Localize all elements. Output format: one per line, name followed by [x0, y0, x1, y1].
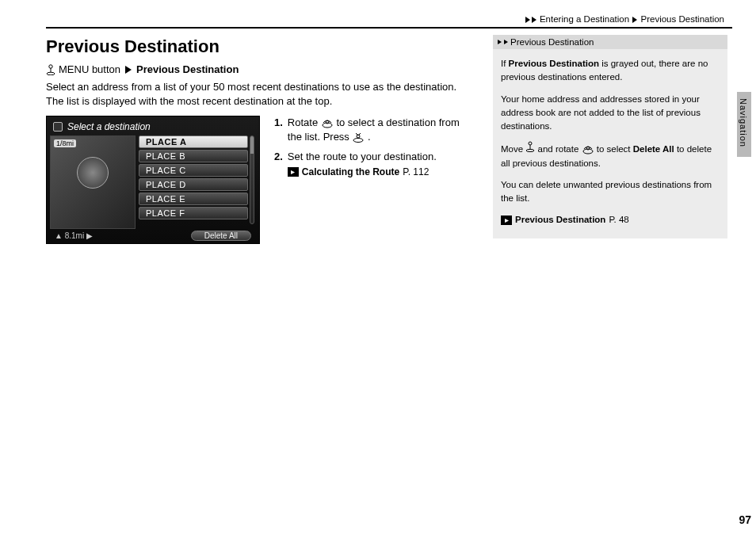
sidebar-p4: You can delete unwanted previous destina… — [501, 178, 720, 206]
joystick-icon — [525, 141, 535, 152]
list-item: PLACE C — [139, 164, 248, 177]
svg-point-0 — [49, 64, 52, 67]
step-text: Rotate to select a destination from the … — [288, 116, 474, 143]
menu-button-label: MENU button — [59, 63, 120, 75]
breadcrumb-seg1: Entering a Destination — [540, 14, 629, 24]
breadcrumb-tri-icon — [525, 17, 530, 23]
list-item: PLACE B — [139, 150, 248, 162]
sidebar-cross-reference: ▸ Previous Destination P. 48 — [501, 213, 720, 227]
path-tri-icon — [125, 66, 132, 74]
chevron-icon — [504, 40, 508, 44]
press-icon — [352, 132, 365, 143]
sidebar-p3: Move and rotate to select Delete All to … — [501, 141, 720, 170]
sidebar-p2: Your home address and addresses stored i… — [501, 93, 720, 134]
screenshot-title: Select a destination — [67, 121, 151, 132]
breadcrumb-seg2: Previous Destination — [641, 14, 724, 24]
svg-point-7 — [526, 150, 534, 152]
reference-arrow-icon: ▸ — [288, 167, 299, 177]
svg-point-4 — [353, 139, 363, 143]
home-icon — [53, 122, 63, 132]
intro-text: Select an address from a list of your 50… — [46, 80, 474, 108]
menu-path: MENU button Previous Destination — [46, 63, 474, 75]
breadcrumb-tri-icon — [632, 17, 637, 23]
chevron-icon — [498, 40, 502, 44]
rotate-icon — [321, 118, 334, 129]
device-screenshot: Select a destination 1/8mi PLACE A PLACE… — [46, 116, 260, 244]
sidebar-body: If Previous Destination is grayed out, t… — [493, 49, 727, 238]
list-item: PLACE F — [139, 207, 248, 219]
sidebar-header: Previous Destination — [493, 35, 727, 49]
manual-page: Entering a Destination Previous Destinat… — [0, 0, 756, 534]
step-list: 1. Rotate to select a destination from t… — [274, 116, 474, 244]
screenshot-footer: ▲ 8.1mi ▶ Delete All — [50, 229, 256, 242]
map-scale: 1/8mi — [54, 139, 76, 147]
reference-arrow-icon: ▸ — [501, 216, 512, 225]
main-column: Previous Destination MENU button Previou… — [46, 35, 474, 244]
breadcrumb: Entering a Destination Previous Destinat… — [46, 14, 732, 24]
sidebar-p1: If Previous Destination is grayed out, t… — [501, 57, 720, 85]
rotate-icon — [582, 144, 594, 155]
header-rule — [46, 27, 732, 29]
step-2: 2. Set the route to your destination. ▸ … — [274, 150, 474, 178]
svg-point-1 — [47, 72, 55, 75]
delete-all-button: Delete All — [191, 231, 251, 241]
joystick-icon — [46, 64, 55, 75]
compass-icon — [77, 157, 109, 189]
step-number: 1. — [274, 116, 283, 143]
step-number: 2. — [274, 150, 283, 178]
menu-dest-label: Previous Destination — [136, 63, 239, 75]
cross-reference: ▸ Calculating the Route P. 112 — [288, 166, 437, 178]
step-text: Set the route to your destination. ▸ Cal… — [288, 150, 437, 178]
sidebar: Previous Destination If Previous Destina… — [493, 35, 727, 244]
page-number: 97 — [739, 513, 751, 526]
step-1: 1. Rotate to select a destination from t… — [274, 116, 474, 143]
footer-distance: ▲ 8.1mi ▶ — [55, 231, 93, 240]
screenshot-titlebar: Select a destination — [50, 120, 256, 134]
screenshot-list: PLACE A PLACE B PLACE C PLACE D PLACE E … — [139, 135, 256, 229]
list-item: PLACE A — [139, 135, 248, 148]
section-tab-label: Navigation — [739, 98, 748, 147]
list-item: PLACE E — [139, 193, 248, 205]
svg-point-6 — [529, 142, 532, 145]
list-item: PLACE D — [139, 178, 248, 191]
breadcrumb-tri-icon — [532, 17, 536, 23]
sidebar-title: Previous Destination — [510, 37, 594, 47]
scrollbar — [250, 135, 254, 224]
page-title: Previous Destination — [46, 36, 474, 57]
screenshot-map: 1/8mi — [50, 135, 136, 229]
